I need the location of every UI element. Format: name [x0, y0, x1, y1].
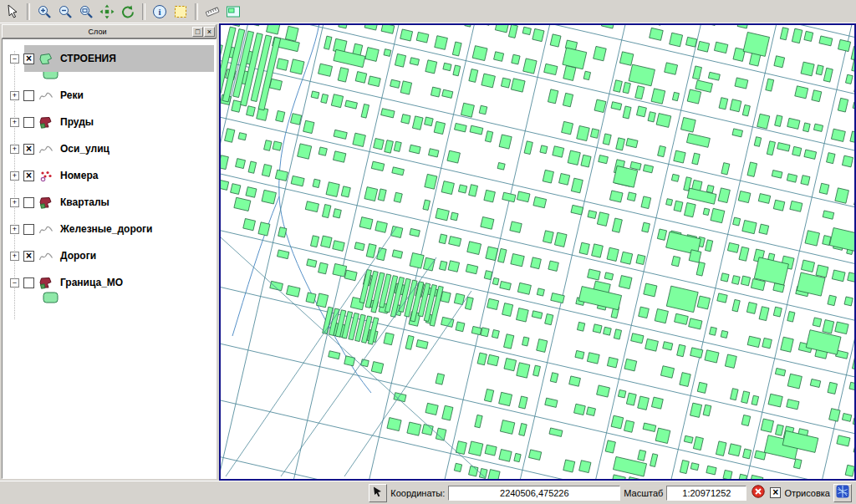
- expander-icon[interactable]: −: [10, 278, 19, 288]
- projection-icon: [836, 485, 849, 501]
- stop-render-icon: [752, 485, 765, 501]
- toolbar-separator: [195, 3, 198, 20]
- svg-text:i: i: [158, 7, 160, 17]
- panel-close-button[interactable]: ×: [204, 27, 215, 37]
- toolbar-separator: [142, 3, 145, 20]
- layer-item-Железные_дороги[interactable]: +Железные_дороги: [4, 216, 214, 242]
- layer-label[interactable]: Номера: [58, 169, 100, 182]
- layer-visibility-checkbox[interactable]: [23, 277, 34, 288]
- line-symbol-icon: [38, 223, 54, 236]
- layer-item-Оси_улиц[interactable]: +×Оси_улиц: [4, 135, 214, 162]
- identify-button[interactable]: i: [150, 2, 170, 22]
- render-label: Отрисовка: [784, 488, 830, 498]
- line-symbol-icon: [38, 89, 54, 102]
- expander-icon[interactable]: +: [10, 171, 19, 181]
- polygon-red-symbol-icon: [38, 116, 54, 129]
- zoom-full-icon: [79, 4, 94, 19]
- expander-icon[interactable]: −: [10, 54, 19, 64]
- main-toolbar: i: [0, 0, 856, 23]
- refresh-button[interactable]: [118, 2, 138, 22]
- layer-visibility-checkbox[interactable]: [23, 117, 34, 128]
- expander-icon[interactable]: +: [10, 225, 19, 234]
- pan-icon: [99, 4, 115, 19]
- expander-icon[interactable]: +: [10, 145, 19, 154]
- zoom-in-button[interactable]: [34, 2, 54, 22]
- main-area: Слои □ × −×СТРОЕНИЯ+Реки+Пруды+×Оси_улиц…: [0, 23, 856, 481]
- line-symbol-icon: [38, 143, 54, 155]
- polygon-red-symbol-icon: [38, 196, 54, 209]
- refresh-icon: [120, 4, 135, 19]
- select-features-icon: [173, 4, 188, 19]
- render-checkbox[interactable]: ×: [770, 487, 781, 498]
- stop-render-button[interactable]: [750, 485, 767, 501]
- scale-field[interactable]: 1:20971252: [666, 486, 746, 501]
- layer-visibility-checkbox[interactable]: ×: [23, 53, 34, 64]
- layer-label[interactable]: Дороги: [58, 249, 99, 262]
- qgis-window: i Слои □ × −×СТРОЕНИЯ+Реки+Пруды+×Оси_ул…: [0, 0, 856, 504]
- pointer-icon: [5, 4, 20, 19]
- layer-item-Граница_МО[interactable]: −Граница_МО: [4, 269, 214, 296]
- layer-label[interactable]: СТРОЕНИЯ: [58, 52, 119, 65]
- projection-button[interactable]: [833, 484, 852, 502]
- layer-visibility-checkbox[interactable]: ×: [23, 144, 34, 155]
- layers-panel-titlebar[interactable]: Слои □ ×: [2, 24, 217, 38]
- expander-icon[interactable]: +: [10, 198, 19, 207]
- select-features-button[interactable]: [171, 2, 191, 22]
- layer-item-Кварталы[interactable]: +Кварталы: [4, 189, 214, 216]
- identify-icon: i: [152, 4, 167, 19]
- layer-visibility-checkbox[interactable]: ×: [23, 251, 34, 262]
- zoom-in-icon: [37, 4, 52, 19]
- layer-visibility-checkbox[interactable]: [23, 224, 34, 235]
- layer-label[interactable]: Граница_МО: [58, 276, 125, 289]
- line-symbol-icon: [38, 250, 54, 262]
- expander-icon[interactable]: +: [10, 91, 19, 100]
- expander-icon[interactable]: +: [10, 252, 19, 261]
- map-canvas[interactable]: [219, 23, 856, 481]
- measure-icon: [205, 4, 220, 19]
- status-bar: Координаты: 2240506,475226 Масштаб 1:209…: [0, 481, 856, 504]
- layer-item-Дороги[interactable]: +×Дороги: [4, 242, 214, 269]
- layer-visibility-checkbox[interactable]: ×: [23, 171, 34, 181]
- layer-item-Пруды[interactable]: +Пруды: [4, 109, 214, 135]
- layer-tree: −×СТРОЕНИЯ+Реки+Пруды+×Оси_улиц+×Номера+…: [2, 38, 217, 479]
- overview-icon: [226, 4, 241, 19]
- coordinates-field[interactable]: 2240506,475226: [448, 486, 620, 501]
- map-view[interactable]: [221, 25, 854, 479]
- layer-item-СТРОЕНИЯ[interactable]: −×СТРОЕНИЯ: [4, 45, 214, 72]
- layer-visibility-checkbox[interactable]: [23, 197, 34, 208]
- mouse-position-button[interactable]: [369, 484, 387, 502]
- scale-label: Масштаб: [624, 488, 663, 498]
- zoom-out-button[interactable]: [55, 2, 75, 22]
- panel-undock-button[interactable]: □: [192, 27, 203, 37]
- zoom-full-button[interactable]: [76, 2, 96, 22]
- layer-label[interactable]: Кварталы: [58, 196, 112, 209]
- layer-item-Реки[interactable]: +Реки: [4, 82, 214, 109]
- overview-button[interactable]: [223, 2, 243, 22]
- polygon-green-symbol-icon: [38, 53, 54, 65]
- expander-icon[interactable]: +: [10, 118, 19, 127]
- pan-button[interactable]: [97, 2, 117, 22]
- layer-label[interactable]: Пруды: [58, 115, 96, 129]
- mouse-pointer-icon: [372, 486, 384, 500]
- layer-item-Номера[interactable]: +×Номера: [4, 162, 214, 189]
- layer-label[interactable]: Реки: [58, 89, 86, 102]
- points-symbol-icon: [38, 170, 54, 182]
- measure-button[interactable]: [202, 2, 222, 22]
- layer-label[interactable]: Оси_улиц: [58, 142, 112, 155]
- toolbar-separator: [27, 3, 30, 20]
- layer-visibility-checkbox[interactable]: [23, 90, 34, 101]
- layers-panel-title: Слои: [3, 28, 191, 36]
- zoom-out-icon: [58, 4, 73, 19]
- layer-label[interactable]: Железные_дороги: [58, 222, 155, 236]
- pointer-button[interactable]: [3, 2, 23, 22]
- polygon-red-symbol-icon: [38, 277, 54, 289]
- layers-panel: Слои □ × −×СТРОЕНИЯ+Реки+Пруды+×Оси_улиц…: [0, 23, 217, 481]
- coordinates-label: Координаты:: [390, 488, 445, 498]
